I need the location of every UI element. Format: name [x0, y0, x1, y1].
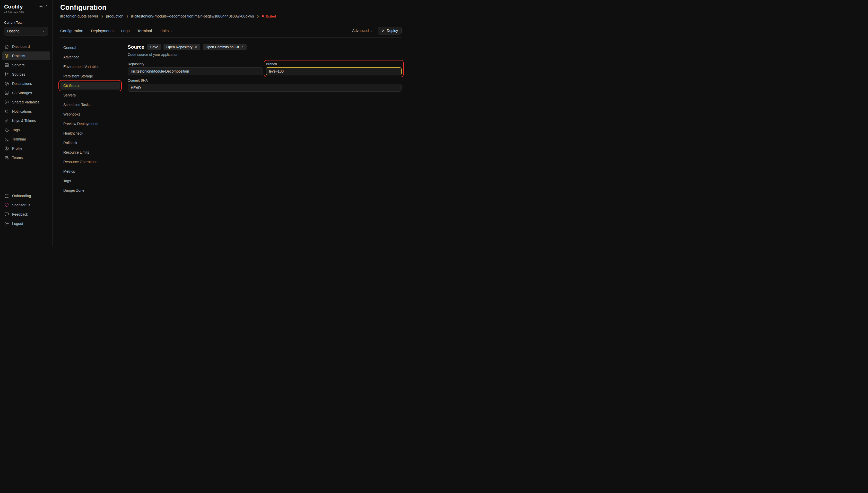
logout-icon — [4, 221, 9, 226]
repository-field-group: Repository — [128, 62, 263, 75]
chevrons-up-down-icon — [170, 29, 173, 32]
sidebar-item-feedback[interactable]: Feedback — [2, 210, 50, 219]
settings-nav-general[interactable]: General — [60, 44, 120, 51]
chevrons-up-down-icon — [370, 29, 373, 32]
sidebar-item-keys-tokens[interactable]: Keys & Tokens — [2, 116, 50, 125]
branch-input[interactable]: level-100 — [266, 67, 402, 75]
settings-nav-rollback[interactable]: Rollback — [60, 139, 120, 147]
tab-logs[interactable]: Logs — [121, 28, 130, 33]
tab-bar-actions: Advanced Deploy — [352, 27, 402, 35]
team-select[interactable]: Hosting — [4, 27, 48, 36]
play-icon — [381, 29, 385, 33]
status-badge: Exited — [262, 15, 276, 18]
settings-nav-resource-limits[interactable]: Resource Limits — [60, 148, 120, 156]
sidebar-item-dashboard[interactable]: Dashboard — [2, 42, 50, 51]
sidebar-item-sources[interactable]: Sources — [2, 70, 50, 79]
sidebar-item-tags[interactable]: Tags — [2, 126, 50, 134]
sidebar: Coolify v4.0.0-beta.399 Current Team Hos… — [0, 0, 52, 246]
branch-input-value: level-100 — [269, 69, 284, 73]
deploy-button-label: Deploy — [387, 28, 398, 33]
chevron-right-icon: ❯ — [126, 15, 128, 18]
sidebar-item-label: Terminal — [12, 137, 26, 141]
settings-nav-environment-variables[interactable]: Environment Variables — [60, 63, 120, 70]
settings-nav-healthcheck[interactable]: Healthcheck — [60, 129, 120, 137]
sidebar-item-s3-storages[interactable]: S3 Storages — [2, 88, 50, 97]
layers-icon — [4, 53, 9, 58]
sidebar-item-label: Tags — [12, 128, 20, 132]
tab-deployments[interactable]: Deployments — [91, 28, 113, 33]
sun-icon — [39, 4, 43, 8]
tab-links[interactable]: Links — [160, 28, 173, 33]
sidebar-item-projects[interactable]: Projects — [2, 51, 50, 60]
source-section: Source Save Open Repository Open Commits… — [128, 44, 402, 196]
sidebar-item-sponsor[interactable]: Sponsor us — [2, 201, 50, 210]
sidebar-item-destinations[interactable]: Destinations — [2, 79, 50, 88]
section-subtitle: Code source of your application. — [128, 52, 402, 57]
sidebar-item-terminal[interactable]: Terminal — [2, 135, 50, 144]
text-cursor — [284, 69, 284, 73]
terminal-icon — [4, 137, 9, 142]
settings-nav-webhooks[interactable]: Webhooks — [60, 110, 120, 118]
tab-bar: Configuration Deployments Logs Terminal … — [60, 27, 402, 38]
section-title: Source — [128, 44, 144, 50]
chevron-down-icon — [42, 29, 45, 33]
repository-label: Repository — [128, 62, 263, 66]
settings-nav-resource-operations[interactable]: Resource Operations — [60, 158, 120, 166]
save-button[interactable]: Save — [147, 44, 161, 50]
sidebar-item-onboarding[interactable]: Onboarding — [2, 191, 50, 200]
status-label: Exited — [266, 15, 276, 18]
breadcrumb-resource[interactable]: illicitestonion/-module--decomposition:m… — [131, 14, 254, 18]
status-dot-icon — [262, 15, 264, 17]
chevron-right-icon: ❯ — [256, 15, 259, 18]
settings-nav-persistent-storage[interactable]: Persistent Storage — [60, 72, 120, 80]
database-icon — [4, 90, 9, 95]
sidebar-item-servers[interactable]: Servers — [2, 61, 50, 69]
brand-row: Coolify v4.0.0-beta.399 — [0, 4, 52, 14]
theme-toggle-button[interactable] — [39, 4, 43, 8]
configuration-body: General Advanced Environment Variables P… — [60, 44, 402, 196]
sidebar-item-label: Keys & Tokens — [12, 119, 36, 123]
commit-sha-input[interactable] — [128, 84, 402, 92]
settings-nav-advanced[interactable]: Advanced — [60, 53, 120, 61]
deploy-button[interactable]: Deploy — [378, 27, 402, 35]
repository-input[interactable] — [128, 67, 263, 75]
settings-nav-preview-deployments[interactable]: Preview Deployments — [60, 120, 120, 128]
sidebar-item-label: Logout — [12, 221, 23, 226]
settings-nav-tags[interactable]: Tags — [60, 177, 120, 185]
sidebar-item-profile[interactable]: Profile — [2, 144, 50, 153]
tab-links-label: Links — [160, 28, 169, 33]
chevron-right-icon: ❯ — [101, 15, 104, 18]
open-repository-button[interactable]: Open Repository — [164, 44, 200, 50]
source-form: Repository Branch level-100 Commit SHA — [128, 62, 402, 92]
sidebar-item-notifications[interactable]: Notifications — [2, 107, 50, 116]
tab-configuration[interactable]: Configuration — [60, 28, 83, 33]
advanced-toggle[interactable]: Advanced — [352, 28, 373, 33]
server-icon — [4, 63, 9, 67]
settings-nav-danger-zone[interactable]: Danger Zone — [60, 187, 120, 194]
settings-nav-metrics[interactable]: Metrics — [60, 168, 120, 175]
bell-icon — [4, 109, 9, 114]
sidebar-item-label: Profile — [12, 146, 22, 151]
sidebar-item-label: Onboarding — [12, 194, 31, 198]
tabs: Configuration Deployments Logs Terminal … — [60, 28, 173, 33]
page-title: Configuration — [60, 4, 402, 12]
sidebar-item-label: Shared Variables — [12, 100, 39, 104]
open-commits-button[interactable]: Open Commits on Git — [203, 44, 247, 50]
message-icon — [4, 212, 9, 217]
tab-terminal[interactable]: Terminal — [137, 28, 152, 33]
breadcrumb: illicitonion quote server ❯ production ❯… — [60, 14, 402, 18]
breadcrumb-environment[interactable]: production — [106, 14, 124, 18]
sidebar-nav: Dashboard Projects Servers Sources Desti… — [0, 42, 52, 163]
settings-nav-scheduled-tasks[interactable]: Scheduled Tasks — [60, 101, 120, 109]
sidebar-item-teams[interactable]: Teams — [2, 153, 50, 162]
sidebar-item-shared-variables[interactable]: Shared Variables — [2, 98, 50, 107]
sidebar-footer-nav: Onboarding Sponsor us Feedback Logout — [0, 191, 52, 246]
settings-nav-servers[interactable]: Servers — [60, 91, 120, 99]
settings-nav-git-source[interactable]: Git Source — [60, 82, 120, 89]
sidebar-item-logout[interactable]: Logout — [2, 219, 50, 228]
breadcrumb-project[interactable]: illicitonion quote server — [60, 14, 98, 18]
sidebar-collapse-button[interactable] — [45, 5, 48, 8]
chevrons-up-down-icon — [45, 5, 48, 8]
key-icon — [4, 119, 9, 123]
settings-nav: General Advanced Environment Variables P… — [60, 44, 120, 196]
